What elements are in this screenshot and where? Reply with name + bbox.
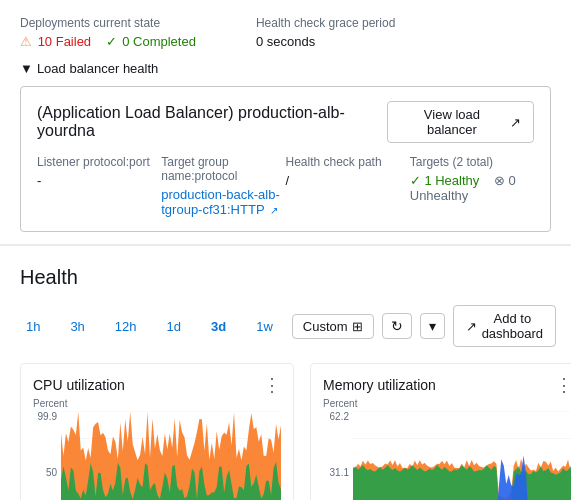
- cpu-y-max: 99.9: [38, 411, 57, 422]
- deployment-label: Deployments current state: [20, 16, 196, 30]
- view-lb-label: View load balancer: [400, 107, 504, 137]
- health-section: Health 1h 3h 12h 1d 3d 1w Custom ⊞ ↻ ▾ ↗…: [0, 245, 571, 500]
- lb-section-label: Load balancer health: [37, 61, 158, 76]
- listener-value: -: [37, 173, 161, 188]
- target-group-value: production-back-alb-tgroup-cf31:HTTP ↗: [161, 187, 285, 217]
- memory-canvas: [353, 411, 571, 500]
- time-btn-12h[interactable]: 12h: [104, 314, 148, 339]
- targets-value: ✓ 1 Healthy ⊗ 0 Unhealthy: [410, 173, 534, 203]
- lb-card: (Application Load Balancer) production-a…: [20, 86, 551, 232]
- cpu-y-mid: 50: [46, 467, 57, 478]
- charts-row: CPU utilization ⋮ Percent 99.9 50 0 08/0…: [20, 363, 551, 500]
- failed-count: 10 Failed: [38, 34, 91, 49]
- time-btn-3h[interactable]: 3h: [59, 314, 95, 339]
- target-group-external-icon: ↗: [270, 205, 278, 216]
- memory-chart-menu[interactable]: ⋮: [555, 376, 571, 394]
- memory-chart-header: Memory utilization ⋮: [323, 376, 571, 394]
- target-group-link[interactable]: production-back-alb-tgroup-cf31:HTTP: [161, 187, 280, 217]
- memory-y-max: 62.2: [330, 411, 349, 422]
- custom-label: Custom: [303, 319, 348, 334]
- view-lb-button[interactable]: View load balancer ↗: [387, 101, 534, 143]
- cpu-chart-with-axis: 99.9 50 0 08/01 08/02 08/03: [33, 411, 281, 500]
- cpu-chart-header: CPU utilization ⋮: [33, 376, 281, 394]
- toggle-arrow: ▼: [20, 61, 33, 76]
- download-button[interactable]: ▾: [420, 313, 445, 339]
- cpu-canvas: [61, 411, 281, 500]
- health-check-value: 0 seconds: [256, 34, 395, 49]
- health-check-col: Health check grace period 0 seconds: [256, 16, 395, 49]
- cpu-y-axis: 99.9 50 0: [33, 411, 61, 500]
- time-btn-1d[interactable]: 1d: [156, 314, 192, 339]
- deployment-value: ⚠ 10 Failed ✓ 0 Completed: [20, 34, 196, 49]
- deployment-row: Deployments current state ⚠ 10 Failed ✓ …: [20, 16, 551, 49]
- target-group-col: Target group name:protocol production-ba…: [161, 155, 285, 217]
- custom-time-button[interactable]: Custom ⊞: [292, 314, 374, 339]
- memory-chart-title: Memory utilization: [323, 377, 436, 393]
- deployment-status-col: Deployments current state ⚠ 10 Failed ✓ …: [20, 16, 196, 49]
- completed-count: 0 Completed: [122, 34, 196, 49]
- listener-col: Listener protocol:port -: [37, 155, 161, 217]
- memory-chart-with-axis: 62.2 31.1 0 08/01 08/02 08/03: [323, 411, 571, 500]
- lb-title: (Application Load Balancer) production-a…: [37, 104, 387, 140]
- check-icon: ✓: [106, 34, 117, 49]
- cpu-chart-menu[interactable]: ⋮: [263, 376, 281, 394]
- memory-y-mid: 31.1: [330, 467, 349, 478]
- warning-icon: ⚠: [20, 34, 32, 49]
- refresh-icon: ↻: [391, 318, 403, 334]
- listener-label: Listener protocol:port: [37, 155, 161, 169]
- healthy-icon: ✓: [410, 173, 421, 188]
- download-icon: ▾: [429, 318, 436, 334]
- time-controls: 1h 3h 12h 1d 3d 1w Custom ⊞ ↻ ▾ ↗ Add to…: [20, 305, 551, 347]
- health-check-label: Health check grace period: [256, 16, 395, 30]
- lb-details-row: Listener protocol:port - Target group na…: [37, 155, 534, 217]
- add-icon: ↗: [466, 319, 477, 334]
- health-title: Health: [20, 266, 551, 289]
- time-btn-3d[interactable]: 3d: [200, 314, 237, 339]
- cpu-chart-title: CPU utilization: [33, 377, 125, 393]
- targets-col: Targets (2 total) ✓ 1 Healthy ⊗ 0 Unheal…: [410, 155, 534, 217]
- cpu-y-label: Percent: [33, 398, 281, 409]
- time-btn-1w[interactable]: 1w: [245, 314, 284, 339]
- lb-card-header: (Application Load Balancer) production-a…: [37, 101, 534, 143]
- add-dashboard-button[interactable]: ↗ Add to dashboard: [453, 305, 556, 347]
- health-path-col: Health check path /: [286, 155, 410, 217]
- targets-healthy: ✓ 1 Healthy: [410, 173, 483, 188]
- top-section: Deployments current state ⚠ 10 Failed ✓ …: [0, 0, 571, 245]
- health-path-value: /: [286, 173, 410, 188]
- calendar-icon: ⊞: [352, 319, 363, 334]
- time-btn-1h[interactable]: 1h: [15, 314, 51, 339]
- memory-y-label: Percent: [323, 398, 571, 409]
- memory-chart-card: Memory utilization ⋮ Percent 62.2 31.1 0…: [310, 363, 571, 500]
- health-path-label: Health check path: [286, 155, 410, 169]
- cpu-chart-card: CPU utilization ⋮ Percent 99.9 50 0 08/0…: [20, 363, 294, 500]
- targets-label: Targets (2 total): [410, 155, 534, 169]
- memory-chart-container: 08/01 08/02 08/03: [353, 411, 571, 500]
- memory-y-axis: 62.2 31.1 0: [323, 411, 353, 500]
- unhealthy-icon: ⊗: [494, 173, 505, 188]
- cpu-chart-container: 08/01 08/02 08/03: [61, 411, 281, 500]
- target-group-label: Target group name:protocol: [161, 155, 285, 183]
- add-dashboard-label: Add to dashboard: [482, 311, 543, 341]
- refresh-button[interactable]: ↻: [382, 313, 412, 339]
- lb-section-toggle[interactable]: ▼ Load balancer health: [20, 61, 551, 76]
- external-link-icon: ↗: [510, 115, 521, 130]
